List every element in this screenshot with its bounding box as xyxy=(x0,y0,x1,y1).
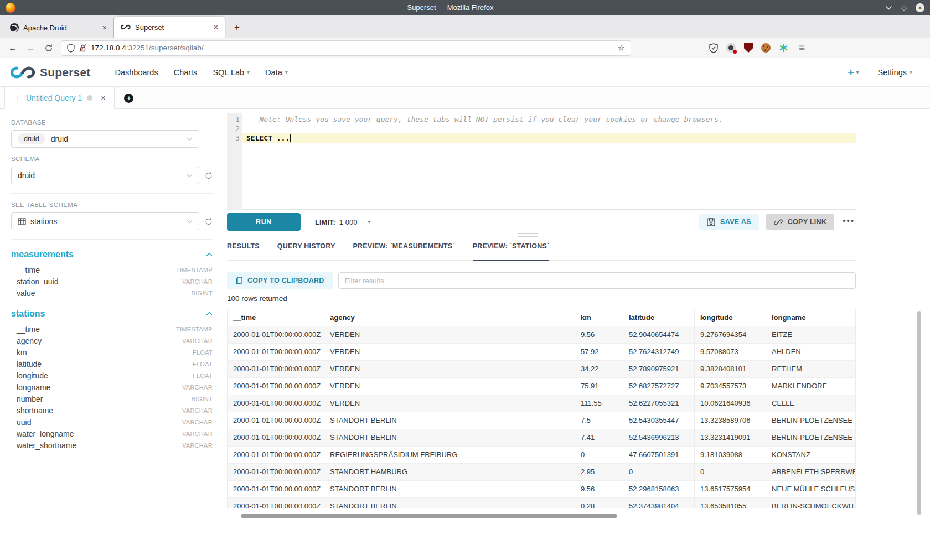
editor-code-area[interactable]: -- Note: Unless you save your query, the… xyxy=(242,113,856,210)
forward-icon[interactable]: → xyxy=(23,43,38,53)
table-section-header[interactable]: stations xyxy=(11,309,213,319)
results-tab-preview-measurements[interactable]: PREVIEW: `MEASUREMENTS` xyxy=(353,242,455,260)
table-cell: STANDORT BERLIN xyxy=(324,498,575,508)
tab-close-icon[interactable]: × xyxy=(102,23,107,32)
header-cell[interactable]: latitude xyxy=(623,309,695,326)
add-new-button[interactable]: +▾ xyxy=(848,66,859,79)
results-table-header: __timeagencykmlatitudelongitudelongname xyxy=(228,309,856,326)
navbar-right: +▾ Settings▾ xyxy=(848,66,920,79)
line-number: 1 xyxy=(227,115,240,124)
column-name: __time xyxy=(17,266,40,274)
column-type: FLOAT xyxy=(193,349,213,356)
copy-to-clipboard-button[interactable]: COPY TO CLIPBOARD xyxy=(227,272,333,289)
schema-select[interactable]: druid xyxy=(11,167,199,184)
tracking-shield-icon[interactable] xyxy=(67,44,75,53)
table-cell: BERLIN-PLOETZENSEE UP xyxy=(766,412,856,429)
back-icon[interactable]: ← xyxy=(6,43,20,53)
table-cell: 2000-01-01T00:00:00.000Z xyxy=(228,361,324,377)
nav-data[interactable]: Data▾ xyxy=(265,68,288,77)
column-type: TIMESTAMP xyxy=(176,326,213,333)
table-cell: STANDORT BERLIN xyxy=(324,481,575,497)
results-tab-query-history[interactable]: QUERY HISTORY xyxy=(277,242,335,260)
column-row: water_longnameVARCHAR xyxy=(11,428,213,439)
colorful-asterisk-extension-icon[interactable] xyxy=(779,43,788,53)
url-text[interactable]: 172.18.0.4:32251/superset/sqllab/ xyxy=(91,44,613,52)
nav-charts[interactable]: Charts xyxy=(174,68,198,77)
vertical-scrollbar[interactable] xyxy=(917,311,921,515)
nav-sql-lab[interactable]: SQL Lab▾ xyxy=(213,68,250,77)
header-cell[interactable]: longitude xyxy=(695,309,766,326)
more-options-icon[interactable]: ••• xyxy=(841,216,856,229)
table-select[interactable]: stations xyxy=(11,212,199,230)
superset-favicon-icon xyxy=(121,24,131,30)
column-name: shortname xyxy=(17,406,53,415)
pane-resize-handle[interactable] xyxy=(227,235,856,236)
superset-brand[interactable]: Superset xyxy=(10,66,90,79)
url-bar[interactable]: 172.18.0.4:32251/superset/sqllab/ ☆ xyxy=(61,40,631,56)
header-cell[interactable]: longname xyxy=(766,309,856,326)
horizontal-scrollbar[interactable] xyxy=(241,514,617,518)
extension-icons: ≡ xyxy=(709,42,805,54)
column-name: uuid xyxy=(17,418,31,427)
column-row: shortnameVARCHAR xyxy=(11,405,213,416)
table-cell: RETHEM xyxy=(766,361,856,377)
screen: Superset — Mozilla Firefox ◇ × Apache Dr… xyxy=(0,0,930,560)
table-row: 2000-01-01T00:00:00.000ZSTANDORT BERLIN7… xyxy=(228,429,856,447)
limit-dropdown[interactable]: LIMIT: 1 000 ▾ xyxy=(315,218,370,226)
mask-extension-icon[interactable] xyxy=(726,43,736,53)
run-button[interactable]: RUN xyxy=(227,213,301,231)
nav-dashboards[interactable]: Dashboards xyxy=(115,68,158,77)
add-query-tab[interactable]: + xyxy=(115,87,143,109)
table-cell: 2000-01-01T00:00:00.000Z xyxy=(228,326,324,343)
settings-menu[interactable]: Settings▾ xyxy=(878,68,912,77)
table-cell: 52.6227055321 xyxy=(623,395,695,412)
ublock-extension-icon[interactable] xyxy=(744,43,753,53)
insecure-lock-icon[interactable] xyxy=(79,44,86,53)
header-cell[interactable]: __time xyxy=(228,309,324,326)
table-cell: 2000-01-01T00:00:00.000Z xyxy=(228,464,324,480)
chevron-down-icon xyxy=(187,220,193,224)
query-tab-untitled-1[interactable]: ⋮ Untitled Query 1 × xyxy=(4,87,115,109)
collapse-caret-up-icon[interactable] xyxy=(206,312,213,316)
column-name: longitude xyxy=(17,371,48,380)
menu-hamburger-icon[interactable]: ≡ xyxy=(799,42,805,54)
results-tab-preview-stations[interactable]: PREVIEW: `STATIONS` xyxy=(473,242,550,261)
drag-handle-icon[interactable]: ⋮ xyxy=(14,94,21,102)
table-cell: 2000-01-01T00:00:00.000Z xyxy=(228,481,324,497)
collapse-caret-up-icon[interactable] xyxy=(206,252,213,257)
table-section-header[interactable]: measurements xyxy=(11,250,213,260)
refresh-schemas-icon[interactable] xyxy=(205,171,213,180)
table-cell: 2000-01-01T00:00:00.000Z xyxy=(228,344,324,360)
window-maximize-icon[interactable]: ◇ xyxy=(901,4,907,11)
query-state-dot xyxy=(87,95,92,101)
text-cursor xyxy=(290,134,291,142)
new-tab-icon[interactable]: + xyxy=(230,22,244,33)
table-cell: STANDORT BERLIN xyxy=(324,412,575,429)
save-as-button[interactable]: SAVE AS xyxy=(699,214,759,230)
shield-check-icon[interactable] xyxy=(709,43,718,53)
window-menu-chevron-icon[interactable] xyxy=(885,6,892,10)
header-cell[interactable]: agency xyxy=(324,309,575,326)
cookie-extension-icon[interactable] xyxy=(761,43,771,53)
copy-link-button[interactable]: COPY LINK xyxy=(766,214,835,230)
results-tab-results[interactable]: RESULTS xyxy=(227,242,260,260)
column-type: BIGINT xyxy=(192,396,213,402)
superset-logo-icon xyxy=(10,66,35,79)
sql-editor[interactable]: 123 -- Note: Unless you save your query,… xyxy=(227,113,856,210)
column-row: __timeTIMESTAMP xyxy=(11,264,213,276)
table-row: 2000-01-01T00:00:00.000ZSTANDORT BERLIN9… xyxy=(228,481,856,498)
tab-close-icon[interactable]: × xyxy=(214,23,218,32)
filter-results-input[interactable] xyxy=(338,272,856,289)
column-row: longnameVARCHAR xyxy=(11,381,213,393)
browser-tab-apache-druid[interactable]: Apache Druid × xyxy=(3,18,114,38)
database-select[interactable]: druid druid xyxy=(11,130,199,148)
line-number: 2 xyxy=(227,124,240,133)
browser-tab-superset[interactable]: Superset × xyxy=(114,17,225,38)
query-tab-close-icon[interactable]: × xyxy=(101,94,105,102)
reload-icon[interactable] xyxy=(44,44,53,53)
window-close-icon[interactable]: × xyxy=(916,3,924,12)
header-cell[interactable]: km xyxy=(575,309,623,326)
column-row: agencyVARCHAR xyxy=(11,335,213,346)
bookmark-star-icon[interactable]: ☆ xyxy=(618,43,625,53)
refresh-tables-icon[interactable] xyxy=(205,217,213,226)
